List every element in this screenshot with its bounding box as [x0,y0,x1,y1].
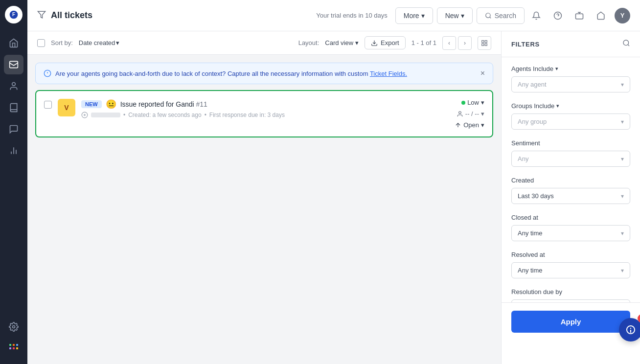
ticket-new-badge: New [81,100,102,108]
ticket-card[interactable]: V New 😐 Issue reported for Gandi #11 [35,90,493,137]
ticket-sentiment-icon: 😐 [106,99,116,110]
next-page-button[interactable]: › [458,36,472,50]
filters-header: FILTERS [502,31,640,57]
filter-icon[interactable] [37,10,46,21]
status-selector[interactable]: Open ▾ [455,121,484,129]
marketplace-button[interactable] [593,8,609,23]
priority-selector[interactable]: Low ▾ [461,99,484,106]
header: All tickets Your trial ends in 10 days M… [27,0,640,31]
pagination-text: 1 - 1 of 1 [411,39,436,46]
sidebar-item-reports[interactable] [4,141,23,160]
filter-closed-at-value: Any time [518,229,543,237]
filter-resolved-at: Resolved at Any time ▾ [511,251,630,278]
new-button[interactable]: New ▾ [437,7,473,24]
ticket-right: Low ▾ -- / -- ▾ Open ▾ [426,99,484,129]
assignee-selector[interactable]: -- / -- ▾ [457,110,484,117]
filter-resolution-due: Resolution due by Any time ▾ [511,288,630,302]
svg-point-3 [12,83,16,86]
toolbar: Sort by: Date created ▾ Layout: Card vie… [27,31,501,55]
layout-value-selector[interactable]: Card view ▾ [325,39,359,46]
filter-agents-label: Agents Include ▾ [511,65,630,72]
help-button[interactable] [550,8,566,23]
chevron-down-icon: ▾ [621,81,624,88]
filter-closed-at-select[interactable]: Any time ▾ [511,225,630,241]
toolbar-right: Layout: Card view ▾ Export 1 - 1 of 1 ‹ … [298,36,491,50]
ticket-title: Issue reported for Gandi #11 [120,100,207,108]
grid-view-button[interactable] [478,36,491,50]
svg-rect-9 [13,344,15,346]
more-button[interactable]: More ▾ [395,7,433,24]
svg-rect-8 [9,344,11,346]
chevron-down-icon: ▾ [481,110,484,117]
svg-rect-13 [16,347,18,349]
filter-resolved-at-select[interactable]: Any time ▾ [511,262,630,278]
user-avatar[interactable]: Y [615,8,630,23]
filter-resolved-at-value: Any time [518,267,543,274]
filter-closed-at: Closed at Any time ▾ [511,214,630,241]
select-all-checkbox[interactable] [37,39,45,47]
prev-page-button[interactable]: ‹ [442,36,456,50]
tickets-icon-button[interactable] [571,8,587,23]
apply-button[interactable]: Apply [511,311,630,333]
svg-point-32 [623,40,629,46]
export-icon [371,40,378,46]
sidebar-item-inbox[interactable] [4,55,23,74]
ticket-meta: • Created: a few seconds ago • First res… [81,112,420,118]
svg-point-30 [459,111,461,114]
banner-link[interactable]: Ticket Fields. [370,70,407,77]
page-title: All tickets [51,10,92,21]
filter-sentiment-select[interactable]: Any ▾ [511,151,630,167]
chevron-down-icon: ▾ [461,12,464,20]
svg-rect-10 [16,344,18,346]
sidebar-logo[interactable]: F [5,6,23,23]
filter-created-label: Created [511,177,630,184]
filter-agents-value: Any agent [518,81,547,88]
filter-groups-select[interactable]: Any group ▾ [511,114,630,130]
ticket-checkbox[interactable] [44,101,52,109]
svg-marker-14 [38,11,46,18]
chevron-down-icon: ▾ [621,118,624,125]
info-icon [44,69,51,77]
sidebar: F [0,0,27,364]
info-banner: Are your agents going back-and-forth due… [35,63,493,84]
chevron-down-icon: ▾ [621,156,624,162]
body-area: Sort by: Date created ▾ Layout: Card vie… [27,31,640,364]
svg-rect-20 [482,40,484,42]
sidebar-apps-button[interactable] [4,339,23,358]
svg-rect-21 [485,40,487,42]
sidebar-item-settings[interactable] [4,317,23,337]
ticket-source-blur [91,113,120,117]
ticket-avatar: V [58,99,75,116]
svg-text:F: F [12,12,15,17]
banner-text: Are your agents going back-and-forth due… [55,70,477,77]
filter-created-select[interactable]: Last 30 days ▾ [511,188,630,204]
header-left: All tickets [37,10,316,21]
arrow-up-icon [455,122,461,129]
svg-rect-2 [10,61,18,68]
ticket-icon [575,11,584,20]
banner-close-button[interactable]: × [480,69,485,78]
filter-agents-select[interactable]: Any agent ▾ [511,76,630,92]
notifications-button[interactable] [528,8,544,23]
svg-rect-23 [482,44,484,46]
sidebar-item-contacts[interactable] [4,76,23,96]
header-actions: More ▾ New ▾ Search [395,7,525,24]
ticket-header-row: New 😐 Issue reported for Gandi #11 [81,99,420,110]
filters-search-icon[interactable] [622,39,630,49]
chevron-down-icon: ▾ [621,230,624,237]
sidebar-item-conversations[interactable] [4,119,23,139]
chevron-down-icon: ▾ [481,121,484,129]
content-area: Are your agents going back-and-forth due… [27,55,501,364]
filter-resolution-due-label: Resolution due by [511,288,630,296]
sidebar-item-knowledge[interactable] [4,98,23,117]
ticket-number: #11 [196,100,207,108]
search-button[interactable]: Search [477,7,525,24]
sort-by-value[interactable]: Date created ▾ [79,39,119,46]
export-button[interactable]: Export [365,36,406,49]
ticket-created-text: Created: a few seconds ago [128,112,201,118]
person-icon [457,111,463,117]
sidebar-item-home[interactable] [4,33,23,53]
add-icon [81,112,88,118]
freshworks-widget-button[interactable] [619,318,640,341]
chevron-down-icon: ▾ [556,103,559,109]
